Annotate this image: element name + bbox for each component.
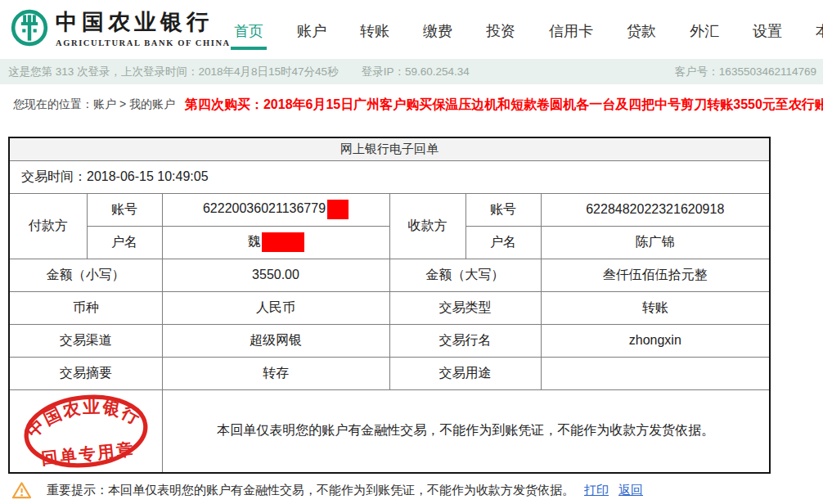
login-ip-text: 登录IP：59.60.254.34 bbox=[362, 65, 470, 78]
summary-value: 转存 bbox=[162, 357, 389, 389]
payer-role-cell: 付款方 bbox=[9, 193, 87, 259]
print-link[interactable]: 打印 bbox=[584, 483, 609, 498]
nav-item-investments[interactable]: 投资 bbox=[486, 1, 515, 59]
payee-account-value: 6228482022321620918 bbox=[541, 193, 770, 226]
receipt-title: 网上银行电子回单 bbox=[9, 137, 770, 160]
nav-item-forex[interactable]: 外汇 bbox=[690, 1, 719, 59]
receipt-note: 本回单仅表明您的账户有金融性交易，不能作为到账凭证，不能作为收款方发货依据。 bbox=[162, 389, 770, 473]
payer-account-cell: 62220036021136779 bbox=[162, 193, 389, 226]
payee-name-value: 陈广锦 bbox=[541, 226, 770, 259]
header: 中国农业银行 AGRICULTURAL BANK OF CHINA 首页 账户 … bbox=[0, 0, 823, 59]
back-link[interactable]: 返回 bbox=[618, 483, 643, 498]
login-info-bar: 这是您第 313 次登录，上次登录时间：2018年4月8日15时47分45秒登录… bbox=[0, 59, 823, 84]
bank-receipt-stamp: 中国农业银行 回单专用章 bbox=[9, 389, 162, 473]
nav-item-settings[interactable]: 设置 bbox=[753, 1, 782, 59]
important-notice-text: 重要提示：本回单仅表明您的账户有金融性交易，不能作为到账凭证，不能作为收款方发货… bbox=[47, 483, 574, 498]
login-session-info: 这是您第 313 次登录，上次登录时间：2018年4月8日15时47分45秒登录… bbox=[8, 65, 470, 79]
transaction-time-value: 2018-06-15 10:49:05 bbox=[87, 169, 209, 183]
brand-text: 中国农业银行 AGRICULTURAL BANK OF CHINA bbox=[56, 7, 231, 47]
breadcrumb-row: 您现在的位置：账户 > 我的账户 第四次购买：2018年6月15日广州客户购买保… bbox=[0, 90, 823, 119]
brand-name-en: AGRICULTURAL BANK OF CHINA bbox=[56, 38, 231, 47]
payer-name-label: 户名 bbox=[87, 226, 162, 259]
nav-item-transfer[interactable]: 转账 bbox=[360, 1, 389, 59]
e-receipt-table: 网上银行电子回单 交易时间：2018-06-15 10:49:05 付款方 账号… bbox=[8, 137, 771, 474]
amount-upper-value: 叁仟伍佰伍拾元整 bbox=[541, 259, 770, 291]
nav-item-credit-card[interactable]: 信用卡 bbox=[549, 1, 593, 59]
currency-label: 币种 bbox=[9, 291, 162, 324]
login-count-text: 这是您第 313 次登录，上次登录时间：2018年4月8日15时47分45秒 bbox=[8, 65, 339, 78]
amount-lower-label: 金额（小写） bbox=[9, 259, 162, 291]
summary-label: 交易摘要 bbox=[9, 357, 162, 389]
channel-value: 超级网银 bbox=[162, 324, 389, 357]
transaction-time-label: 交易时间： bbox=[21, 169, 87, 183]
payer-name-cell: 魏 bbox=[162, 226, 389, 259]
transaction-time-cell: 交易时间：2018-06-15 10:49:05 bbox=[9, 160, 770, 193]
redaction-box bbox=[327, 200, 349, 219]
stamp-cell: 中国农业银行 回单专用章 bbox=[9, 389, 162, 473]
payer-account-value: 62220036021136779 bbox=[203, 201, 326, 215]
brand-name-cn: 中国农业银行 bbox=[56, 7, 231, 37]
footer-notice-row: 重要提示：本回单仅表明您的账户有金融性交易，不能作为到账凭证，不能作为收款方发货… bbox=[11, 481, 821, 500]
purpose-value bbox=[541, 357, 770, 389]
amount-lower-value: 3550.00 bbox=[162, 259, 389, 291]
payer-account-label: 账号 bbox=[87, 193, 162, 226]
payee-name-label: 户名 bbox=[465, 226, 541, 259]
purchase-annotation-text: 第四次购买：2018年6月15日广州客户购买保温压边机和短款卷圆机各一台及四把中… bbox=[185, 97, 823, 114]
main-nav: 首页 账户 转账 缴费 投资 信用卡 贷款 外汇 设置 本地 bbox=[234, 0, 823, 59]
nav-item-loans[interactable]: 贷款 bbox=[627, 1, 656, 59]
channel-label: 交易渠道 bbox=[9, 324, 162, 357]
customer-number-text: 客户号：1635503462114769 bbox=[675, 65, 816, 79]
txn-type-label: 交易类型 bbox=[389, 291, 541, 324]
payee-account-label: 账号 bbox=[465, 193, 541, 226]
bank-name-value: zhongxin bbox=[541, 324, 770, 357]
payee-role-cell: 收款方 bbox=[389, 193, 465, 259]
nav-item-accounts[interactable]: 账户 bbox=[297, 1, 326, 59]
bank-name-label: 交易行名 bbox=[389, 324, 541, 357]
payer-name-value: 魏 bbox=[248, 234, 261, 248]
amount-upper-label: 金额（大写） bbox=[389, 259, 541, 291]
bank-logo[interactable]: 中国农业银行 AGRICULTURAL BANK OF CHINA bbox=[10, 7, 231, 47]
redaction-box bbox=[262, 232, 304, 252]
nav-item-payments[interactable]: 缴费 bbox=[423, 1, 452, 59]
warning-icon bbox=[11, 481, 32, 500]
abc-bank-logo-icon bbox=[10, 8, 49, 47]
breadcrumb[interactable]: 您现在的位置：账户 > 我的账户 bbox=[13, 97, 175, 112]
page: 中国农业银行 AGRICULTURAL BANK OF CHINA 首页 账户 … bbox=[0, 0, 823, 504]
purpose-label: 交易用途 bbox=[389, 357, 541, 389]
nav-item-local[interactable]: 本地 bbox=[816, 1, 823, 59]
currency-value: 人民币 bbox=[162, 291, 389, 324]
txn-type-value: 转账 bbox=[541, 291, 770, 324]
nav-item-home[interactable]: 首页 bbox=[234, 1, 263, 59]
